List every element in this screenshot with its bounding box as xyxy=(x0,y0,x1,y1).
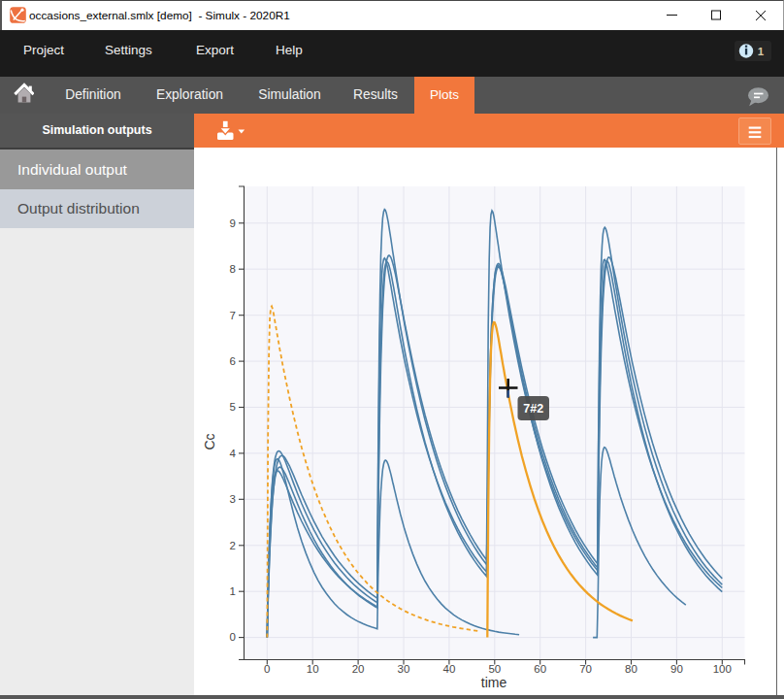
svg-text:9: 9 xyxy=(230,217,236,229)
svg-text:0: 0 xyxy=(230,631,236,643)
svg-text:100: 100 xyxy=(713,663,732,675)
svg-text:time: time xyxy=(481,675,507,690)
svg-text:2: 2 xyxy=(230,540,236,551)
svg-text:90: 90 xyxy=(670,663,683,675)
svg-text:30: 30 xyxy=(398,663,410,675)
svg-text:50: 50 xyxy=(488,663,501,675)
svg-text:1: 1 xyxy=(230,585,236,597)
svg-text:40: 40 xyxy=(443,663,456,675)
svg-text:60: 60 xyxy=(534,663,546,675)
svg-text:70: 70 xyxy=(579,663,592,675)
svg-text:0: 0 xyxy=(264,663,270,675)
svg-text:80: 80 xyxy=(625,663,637,675)
svg-text:7: 7 xyxy=(230,310,236,321)
svg-text:10: 10 xyxy=(307,663,319,675)
svg-text:6: 6 xyxy=(230,355,236,367)
svg-text:3: 3 xyxy=(230,493,236,505)
svg-text:8: 8 xyxy=(230,263,236,275)
svg-text:20: 20 xyxy=(352,663,365,675)
svg-text:7#2: 7#2 xyxy=(523,402,543,416)
svg-text:1: 1 xyxy=(758,46,765,57)
svg-text:4: 4 xyxy=(230,448,237,459)
svg-text:5: 5 xyxy=(230,401,236,413)
svg-text:Cc: Cc xyxy=(202,433,217,449)
